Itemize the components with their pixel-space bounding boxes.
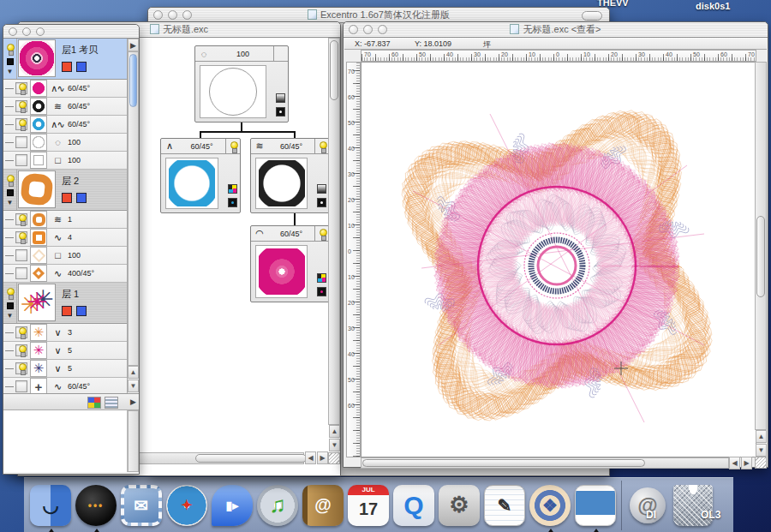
visibility-bulb-icon[interactable] bbox=[6, 288, 14, 298]
dock-slot-mail[interactable]: ✉ bbox=[120, 481, 163, 529]
layer-item-row[interactable]: ✳∨5 bbox=[3, 360, 127, 378]
color-swatch[interactable] bbox=[76, 193, 87, 203]
dock-dashboard-icon[interactable]: ••• bbox=[75, 485, 117, 526]
minimize-button[interactable] bbox=[22, 27, 31, 36]
collapse-widget[interactable] bbox=[582, 11, 602, 21]
layer-item-row[interactable]: □100 bbox=[3, 152, 127, 170]
dock-ical-icon[interactable]: JUL17 bbox=[348, 485, 389, 526]
layer-item-row[interactable]: ≋1 bbox=[3, 211, 127, 229]
color-swatch[interactable] bbox=[76, 306, 87, 316]
graph-node[interactable]: ∧60/45° bbox=[160, 138, 241, 213]
color-swatch[interactable] bbox=[62, 62, 72, 72]
dock-slot-ical[interactable]: JUL17 bbox=[347, 481, 390, 529]
dock-slot-finder[interactable]: ◡ bbox=[29, 481, 72, 529]
color-grid-button[interactable] bbox=[87, 397, 101, 409]
expand-triangle-icon[interactable]: ▼ bbox=[7, 200, 14, 206]
layer-item-row[interactable]: ∿4 bbox=[3, 229, 127, 247]
resize-grip[interactable] bbox=[328, 452, 340, 464]
visibility-toggle[interactable] bbox=[15, 380, 27, 392]
layer-item-row[interactable]: □100 bbox=[3, 247, 127, 265]
scroll-left-arrow[interactable]: ◀ bbox=[305, 451, 316, 464]
scroll-down-arrow[interactable]: ▼ bbox=[128, 380, 139, 392]
doc-vscroll-thumb[interactable] bbox=[330, 40, 338, 100]
dock-slot-safari[interactable]: ✦ bbox=[165, 481, 208, 529]
dock-slot-ichat[interactable]: ▮▸ bbox=[211, 481, 254, 529]
node-swatch-bottom[interactable] bbox=[317, 287, 326, 296]
dock-address-book-icon[interactable]: @ bbox=[302, 485, 344, 526]
expand-triangle-icon[interactable]: ▼ bbox=[7, 69, 14, 75]
node-visibility-toggle[interactable] bbox=[315, 141, 328, 152]
dock-finder-icon[interactable]: ◡ bbox=[30, 485, 71, 526]
visibility-toggle[interactable] bbox=[15, 82, 27, 94]
visibility-toggle[interactable] bbox=[15, 362, 27, 374]
visibility-toggle[interactable] bbox=[15, 213, 27, 225]
node-swatch-top[interactable] bbox=[317, 184, 326, 194]
layer-item-row[interactable]: ∧∿60/45° bbox=[3, 116, 127, 134]
visibility-toggle[interactable] bbox=[15, 100, 27, 112]
dock-system-preferences-icon[interactable]: ⚙ bbox=[439, 485, 480, 526]
dock-slot-dashboard[interactable]: ••• bbox=[75, 481, 117, 529]
node-swatch-top[interactable] bbox=[317, 273, 326, 283]
palette-titlebar[interactable] bbox=[3, 25, 139, 39]
visibility-toggle[interactable] bbox=[15, 231, 27, 243]
node-swatch-bottom[interactable] bbox=[228, 198, 237, 207]
palette-flippy-arrow[interactable]: ▶ bbox=[128, 39, 139, 51]
view-vscroll-thumb[interactable] bbox=[756, 216, 765, 297]
view-hscrollbar[interactable] bbox=[361, 457, 729, 469]
dock-ichat-icon[interactable]: ▮▸ bbox=[212, 485, 253, 526]
dock-slot-system-preferences[interactable]: ⚙ bbox=[438, 481, 481, 529]
expand-triangle-icon[interactable]: ▼ bbox=[7, 314, 14, 319]
palette-vscroll-thumb[interactable] bbox=[129, 54, 137, 107]
layer-group-row[interactable]: ▼✳层 1 bbox=[3, 283, 127, 324]
dock-slot-itunes[interactable]: ♫ bbox=[256, 481, 299, 529]
layer-item-row[interactable]: ◌100 bbox=[3, 134, 127, 152]
layer-group-row[interactable]: ▼层1 考贝 bbox=[3, 39, 127, 80]
swatch-pane[interactable] bbox=[3, 410, 128, 472]
dock-slot-at-stamp[interactable]: @ bbox=[626, 481, 669, 529]
pane-flippy-arrow[interactable]: ▶ bbox=[128, 396, 139, 409]
color-swatch[interactable] bbox=[62, 306, 72, 316]
resize-grip[interactable] bbox=[755, 457, 767, 469]
graph-node[interactable]: ◠60/45° bbox=[250, 225, 328, 302]
layer-item-row[interactable]: +∿60/45° bbox=[3, 378, 127, 393]
color-swatch[interactable] bbox=[76, 62, 87, 72]
node-swatch-top[interactable] bbox=[276, 93, 285, 103]
doc-vscrollbar[interactable] bbox=[328, 38, 340, 425]
visibility-toggle[interactable] bbox=[15, 154, 27, 166]
layer-item-row[interactable]: ✳∨3 bbox=[3, 324, 127, 342]
scroll-up-arrow[interactable]: ▲ bbox=[329, 425, 340, 438]
dock-slot-textedit[interactable]: ✎ bbox=[483, 481, 526, 529]
visibility-toggle[interactable] bbox=[15, 136, 27, 148]
layer-item-row[interactable]: ≋60/45° bbox=[3, 98, 127, 116]
scroll-left-arrow[interactable]: ◀ bbox=[729, 457, 740, 469]
dock-safari-icon[interactable]: ✦ bbox=[166, 485, 207, 526]
dock-itunes-icon[interactable]: ♫ bbox=[257, 485, 298, 526]
close-button[interactable] bbox=[9, 27, 17, 36]
view-vscrollbar[interactable] bbox=[755, 62, 767, 430]
layer-item-row[interactable]: ∧∿60/45° bbox=[3, 80, 127, 98]
scroll-down-arrow[interactable]: ▼ bbox=[329, 439, 340, 451]
dock-excentro-icon[interactable]: ❖ bbox=[529, 485, 571, 526]
visibility-toggle[interactable] bbox=[15, 326, 27, 338]
node-swatch-bottom[interactable] bbox=[276, 107, 285, 117]
pane-vscrollbar[interactable] bbox=[128, 410, 139, 472]
graph-node[interactable]: ≋60/45° bbox=[250, 138, 328, 213]
dock-quicktime-icon[interactable]: Q bbox=[393, 485, 434, 526]
color-swatch[interactable] bbox=[62, 193, 72, 203]
graph-node[interactable]: ◌100 bbox=[194, 45, 289, 123]
scroll-up-arrow[interactable]: ▲ bbox=[756, 430, 767, 443]
layer-group-row[interactable]: ▼层 2 bbox=[3, 170, 127, 211]
node-visibility-toggle[interactable] bbox=[315, 229, 328, 239]
visibility-toggle[interactable] bbox=[15, 344, 27, 356]
dock-slot-address-book[interactable]: @ bbox=[302, 481, 344, 529]
node-visibility-toggle[interactable] bbox=[226, 141, 240, 152]
list-view-button[interactable] bbox=[105, 397, 118, 409]
view-hscroll-thumb[interactable] bbox=[362, 459, 645, 467]
palette-vscrollbar[interactable] bbox=[128, 51, 139, 366]
scroll-down-arrow[interactable]: ▼ bbox=[756, 444, 767, 457]
scroll-up-arrow[interactable]: ▲ bbox=[128, 366, 139, 379]
visibility-toggle[interactable] bbox=[15, 249, 27, 261]
dock-slot-excentro[interactable]: ❖ bbox=[529, 481, 571, 529]
visibility-bulb-icon[interactable] bbox=[6, 175, 14, 185]
doc-hscroll-thumb[interactable] bbox=[195, 454, 307, 463]
